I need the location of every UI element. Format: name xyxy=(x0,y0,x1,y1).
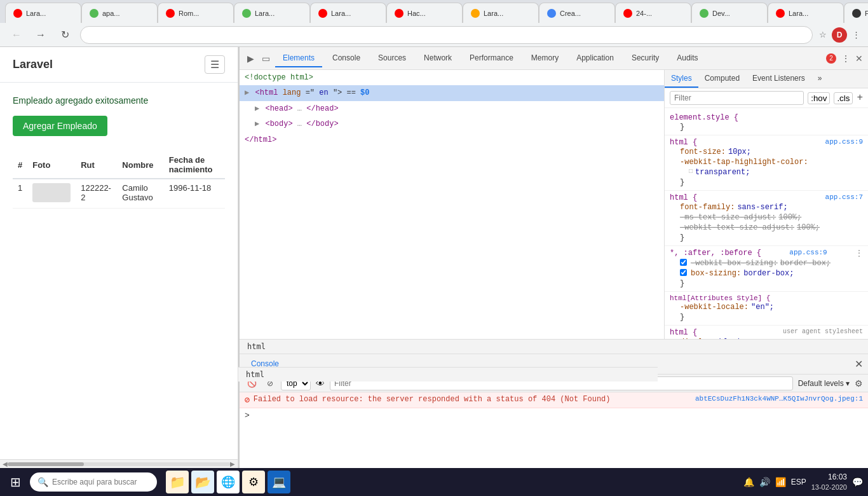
tab-2[interactable]: apa... xyxy=(81,3,158,23)
devtools-tab-application[interactable]: Application xyxy=(569,50,621,67)
horizontal-scrollbar[interactable]: ◀ ▶ xyxy=(0,459,238,468)
taskbar-wifi-icon[interactable]: 📶 xyxy=(775,477,786,487)
devtools-tab-network[interactable]: Network xyxy=(416,50,459,67)
hamburger-button[interactable]: ☰ xyxy=(205,55,225,74)
rule-header-html-ua: html { user agent stylesheet xyxy=(670,328,863,337)
devtools-tab-memory[interactable]: Memory xyxy=(524,50,566,67)
devtools-tab-elements[interactable]: Elements xyxy=(275,50,322,67)
cell-num: 1 xyxy=(13,179,27,209)
col-nombre: Nombre xyxy=(117,151,163,179)
hover-filter-btn[interactable]: :hov xyxy=(808,92,830,104)
taskbar-notification-icon[interactable]: 🔔 xyxy=(743,477,754,487)
breadcrumb-html[interactable]: html xyxy=(247,342,266,351)
tab-7[interactable]: Lara... xyxy=(463,3,539,23)
tab-label-8: Crea... xyxy=(560,10,581,17)
console-settings-icon[interactable]: ⚙ xyxy=(855,378,863,389)
scrollbar-track[interactable] xyxy=(8,462,230,466)
console-level-label[interactable]: Default levels ▾ xyxy=(798,379,850,388)
tab-10[interactable]: Dev... xyxy=(691,3,768,23)
cls-filter-btn[interactable]: .cls xyxy=(834,92,853,104)
devtools-close-icon[interactable]: ✕ xyxy=(855,53,863,64)
forward-button[interactable]: → xyxy=(32,26,50,44)
address-bar: ← → ↻ 127.0.0.1:8000/empleados ☆ D ⋮ xyxy=(0,23,868,47)
styles-filter-row: :hov .cls + xyxy=(665,88,868,108)
devtools-tab-console[interactable]: Console xyxy=(325,50,368,67)
prop-font-size: font-size: 10px; xyxy=(670,147,863,157)
tab-favicon-7 xyxy=(471,9,480,18)
expand-html[interactable]: ▶ xyxy=(245,88,249,97)
styles-tab-more[interactable]: » xyxy=(811,70,829,88)
selector-html-2: html { xyxy=(670,193,697,202)
taskbar-search-input[interactable] xyxy=(52,478,149,486)
taskbar-app-files[interactable]: 📁 xyxy=(166,471,189,493)
tab-label-12: Pagi... xyxy=(865,10,868,17)
source-star[interactable]: app.css:9 xyxy=(789,249,827,256)
style-rule-element: element.style { } xyxy=(665,111,868,135)
dom-head[interactable]: ▶ <head> … </head> xyxy=(240,101,664,116)
devtools-more-icon[interactable]: ⋮ xyxy=(841,53,850,64)
styles-filter-input[interactable] xyxy=(670,91,804,105)
time-display: 16:03 xyxy=(811,472,847,483)
tab-1[interactable]: Lara... xyxy=(5,3,81,23)
console-close-btn[interactable]: ✕ xyxy=(855,358,863,370)
scroll-right[interactable]: ▶ xyxy=(230,460,235,467)
search-icon: 🔍 xyxy=(37,477,48,487)
box-sizing-checkbox[interactable] xyxy=(680,269,687,276)
taskbar-app-xampp[interactable]: ⚙ xyxy=(242,471,265,493)
doctype-text: <!doctype html> xyxy=(245,73,313,82)
webkit-box-checkbox[interactable] xyxy=(680,259,687,266)
taskbar-app-chrome[interactable]: 🌐 xyxy=(217,471,240,493)
cell-nombre: Camilo Gustavo xyxy=(117,179,163,209)
tab-label-11: Lara... xyxy=(789,10,808,17)
devtools-tab-audits[interactable]: Audits xyxy=(669,50,705,67)
tab-4[interactable]: Lara... xyxy=(234,3,310,23)
taskbar-notifications-btn[interactable]: 💬 xyxy=(852,477,863,487)
expand-head[interactable]: ▶ xyxy=(255,104,259,113)
inspect-icon[interactable]: ▶ xyxy=(245,51,257,66)
devtools-tab-performance[interactable]: Performance xyxy=(462,50,521,67)
scrollbar-thumb[interactable] xyxy=(8,462,84,466)
bookmark-icon[interactable]: ☆ xyxy=(819,30,827,39)
selector-html-1: html { xyxy=(670,138,697,147)
address-input[interactable]: 127.0.0.1:8000/empleados xyxy=(80,26,813,44)
tab-8[interactable]: Crea... xyxy=(539,3,615,23)
start-button[interactable]: ⊞ xyxy=(5,472,26,492)
source-html-2[interactable]: app.css:7 xyxy=(825,193,863,201)
style-rule-star: *, :after, :before { app.css:9 ⋮ -webkit… xyxy=(665,246,868,292)
tab-6[interactable]: Hac... xyxy=(386,3,463,23)
taskbar-app-vscode[interactable]: 💻 xyxy=(268,471,290,493)
taskbar-volume-icon[interactable]: 🔊 xyxy=(759,477,770,487)
dom-body[interactable]: ▶ <body> … </body> xyxy=(240,116,664,132)
dom-doctype[interactable]: <!doctype html> xyxy=(240,70,664,85)
console-error-source[interactable]: abtECsDuzFh1N3ck4WNP…K5QIwJnvrQog.jpeg:1 xyxy=(695,395,863,403)
tab-5[interactable]: Lara... xyxy=(310,3,386,23)
tab-12[interactable]: Pagi... xyxy=(844,3,868,23)
expand-body[interactable]: ▶ xyxy=(255,120,259,128)
dom-breadcrumb-bar: html xyxy=(240,339,868,354)
back-button[interactable]: ← xyxy=(8,26,25,44)
styles-tab-styles[interactable]: Styles xyxy=(665,70,698,88)
add-style-btn[interactable]: + xyxy=(857,92,863,104)
source-html-1[interactable]: app.css:9 xyxy=(825,138,863,146)
tab-bar: Lara... apa... Rom... Lara... Lara... Ha… xyxy=(0,0,868,23)
devtools-tab-security[interactable]: Security xyxy=(624,50,667,67)
add-employee-button[interactable]: Agregar Empleado xyxy=(13,116,107,136)
rule-more-btn[interactable]: ⋮ xyxy=(855,249,863,258)
taskbar-app-explorer[interactable]: 📂 xyxy=(191,471,214,493)
scroll-left[interactable]: ◀ xyxy=(3,460,8,467)
styles-content: element.style { } html { app.css:9 xyxy=(665,108,868,339)
styles-tab-computed[interactable]: Computed xyxy=(698,70,746,88)
device-icon[interactable]: ▭ xyxy=(259,51,273,66)
menu-button[interactable]: ⋮ xyxy=(852,30,860,39)
tab-11[interactable]: Lara... xyxy=(768,3,844,23)
console-cursor[interactable]: > xyxy=(240,408,868,423)
styles-tab-eventlisteners[interactable]: Event Listeners xyxy=(746,70,811,88)
tab-9[interactable]: 24-... xyxy=(615,3,691,23)
profile-menu[interactable]: D xyxy=(832,27,847,43)
dom-html-selected[interactable]: ▶ <html lang =" en "> == $0 xyxy=(240,85,664,100)
tab-3[interactable]: Rom... xyxy=(158,3,234,23)
tab-favicon-11 xyxy=(776,9,785,18)
reload-button[interactable]: ↻ xyxy=(56,26,74,44)
devtools-tab-sources[interactable]: Sources xyxy=(370,50,414,67)
taskbar-language[interactable]: ESP xyxy=(791,478,806,486)
